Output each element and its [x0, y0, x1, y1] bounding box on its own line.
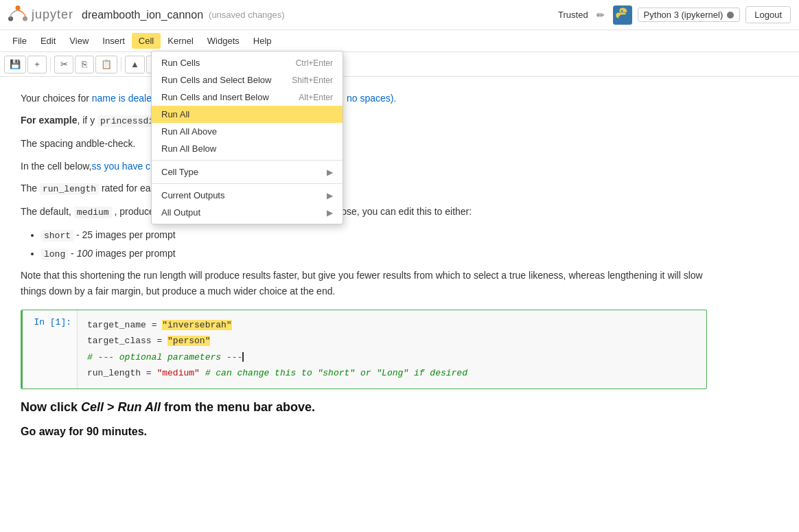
- para-default: The default, medium , produces 64 images…: [21, 204, 707, 220]
- svg-point-0: [16, 5, 21, 10]
- content-area: Your choices for name is dealers choice,…: [0, 77, 799, 532]
- bottom-heading: Now click Cell > Run All from the menu b…: [21, 400, 707, 415]
- para5-prefix: The: [21, 183, 40, 194]
- code-line-3: # --- optional parameters ---: [87, 349, 697, 365]
- code-run-length-comment: # can change this to "short" or "Long" i…: [205, 368, 467, 378]
- dropdown-run-all-above[interactable]: Run All Above: [152, 123, 343, 140]
- code-line-2: target_class = "person": [87, 333, 697, 349]
- run-cells-select-below-shortcut: Shift+Enter: [292, 76, 333, 85]
- code-cell[interactable]: In [1]: target_name = "inversebrah" targ…: [21, 310, 707, 389]
- para2-prefix: , if y: [77, 115, 95, 126]
- move-up-button[interactable]: ▲: [125, 56, 145, 73]
- run-length-options: short - 25 images per prompt long - 100 …: [41, 227, 707, 263]
- code-long: long: [41, 248, 68, 260]
- run-cells-insert-below-label: Run Cells and Insert Below: [161, 92, 269, 102]
- jupyter-icon-svg: [8, 5, 27, 25]
- code-eq-3: =: [146, 368, 157, 378]
- kernel-status-dot: [727, 12, 734, 19]
- cell-type-label: Cell Type: [161, 167, 198, 177]
- dropdown-run-all-below[interactable]: Run All Below: [152, 140, 343, 157]
- menu-widgets[interactable]: Widgets: [200, 33, 246, 49]
- menu-cell[interactable]: Cell: [132, 33, 161, 49]
- para-name-choice: Your choices for name is dealers choice,…: [21, 91, 707, 106]
- cut-button[interactable]: ✂: [54, 56, 73, 73]
- dropdown-current-outputs[interactable]: Current Outputs ▶: [152, 187, 343, 204]
- copy-button[interactable]: ⎘: [75, 56, 94, 73]
- run-all-label: Run All: [161, 109, 189, 119]
- menu-insert[interactable]: Insert: [95, 33, 132, 49]
- topbar: jupyter dreambooth_ion_cannon (unsaved c…: [0, 0, 799, 30]
- logout-button[interactable]: Logout: [745, 6, 791, 23]
- jupyter-text: jupyter: [32, 8, 73, 22]
- trusted-badge: Trusted: [558, 10, 588, 20]
- code-target-name-val: "inversebrah": [162, 320, 231, 330]
- menu-view[interactable]: View: [62, 33, 95, 49]
- menu-edit[interactable]: Edit: [34, 33, 62, 49]
- code-line-4: run_length = "medium" # can change this …: [87, 365, 697, 381]
- code-target-class-var: target_class: [87, 336, 152, 346]
- dropdown-sep-2: [152, 183, 343, 184]
- menu-help[interactable]: Help: [246, 33, 279, 49]
- bottom-subheading: Go away for 90 minutes.: [21, 423, 707, 441]
- save-button[interactable]: 💾: [4, 56, 26, 73]
- all-output-label: All Output: [161, 207, 200, 218]
- run-all-below-label: Run All Below: [161, 143, 216, 154]
- run-cells-label: Run Cells: [161, 58, 200, 68]
- dropdown-sep-1: [152, 160, 343, 161]
- para2-bold: For example: [21, 115, 77, 126]
- cell-prompt: In [1]:: [23, 310, 78, 389]
- code-target-name-var: target_name: [87, 320, 146, 330]
- para-example: For example, if y princessdiana woman_00…: [21, 113, 707, 129]
- notebook-content: Your choices for name is dealers choice,…: [21, 91, 707, 440]
- note-paragraph: Note that this shortening the run length…: [21, 268, 707, 299]
- option-short: short - 25 images per prompt: [41, 227, 707, 244]
- dropdown-run-all[interactable]: Run All: [152, 106, 343, 123]
- code-comment-optional: # --- optional parameters ---: [87, 352, 242, 362]
- code-medium: medium: [74, 207, 112, 218]
- edit-notebook-name-button[interactable]: ✏: [594, 8, 607, 22]
- dropdown-cell-type[interactable]: Cell Type ▶: [152, 163, 343, 181]
- run-all-above-label: Run All Above: [161, 126, 217, 137]
- run-cells-select-below-label: Run Cells and Select Below: [161, 75, 271, 85]
- notebook-title[interactable]: dreambooth_ion_cannon: [82, 9, 203, 21]
- para3-text: The spacing and: [21, 138, 92, 149]
- code-line-1: target_name = "inversebrah": [87, 317, 697, 333]
- para3-suffix: ble-check.: [92, 138, 136, 149]
- unsaved-changes: (unsaved changes): [209, 10, 285, 20]
- menubar: File Edit View Insert Cell Kernel Widget…: [0, 30, 799, 52]
- all-output-arrow: ▶: [327, 208, 333, 218]
- option-long: long - 100 images per prompt: [41, 246, 707, 262]
- code-short: short: [41, 230, 73, 242]
- bottom-section: Now click Cell > Run All from the menu b…: [21, 400, 707, 441]
- add-cell-button[interactable]: +: [27, 56, 47, 73]
- dropdown-run-cells[interactable]: Run Cells Ctrl+Enter: [152, 54, 343, 71]
- dropdown-run-cells-insert-below[interactable]: Run Cells and Insert Below Alt+Enter: [152, 89, 343, 106]
- topbar-right: Trusted ✏ Python 3 (ipykernel) Logout: [558, 5, 791, 25]
- kernel-label: Python 3 (ipykernel): [644, 10, 723, 20]
- code-eq-2: =: [157, 336, 167, 346]
- code-target-class-val: "person": [167, 336, 210, 346]
- para-spacing: The spacing andble-check.: [21, 136, 707, 151]
- code-cursor: [242, 352, 244, 362]
- current-outputs-label: Current Outputs: [161, 190, 225, 200]
- code-eq-1: =: [152, 320, 163, 330]
- menu-kernel[interactable]: Kernel: [161, 33, 200, 49]
- toolbar-sep-2: [121, 58, 121, 71]
- code-run-length: run_length: [40, 183, 99, 195]
- para1-prefix: Your choices for: [21, 93, 92, 104]
- long-desc: - 100 images per prompt: [68, 248, 175, 259]
- cell-dropdown-menu: Run Cells Ctrl+Enter Run Cells and Selec…: [151, 51, 343, 224]
- jupyter-logo: jupyter: [8, 5, 73, 25]
- current-outputs-arrow: ▶: [327, 191, 333, 200]
- kernel-info: Python 3 (ipykernel): [638, 8, 741, 22]
- menu-file[interactable]: File: [5, 33, 34, 49]
- python-logo-icon: [613, 5, 632, 25]
- cell-type-arrow: ▶: [327, 167, 333, 177]
- cell-code[interactable]: target_name = "inversebrah" target_class…: [78, 310, 706, 389]
- dropdown-all-output[interactable]: All Output ▶: [152, 204, 343, 221]
- run-cells-insert-below-shortcut: Alt+Enter: [299, 93, 333, 102]
- short-desc: - 25 images per prompt: [73, 229, 176, 240]
- dropdown-run-cells-select-below[interactable]: Run Cells and Select Below Shift+Enter: [152, 71, 343, 89]
- toolbar: 💾 + ✂ ⎘ 📋 ▲ ▼: [0, 52, 799, 77]
- paste-button[interactable]: 📋: [95, 56, 117, 73]
